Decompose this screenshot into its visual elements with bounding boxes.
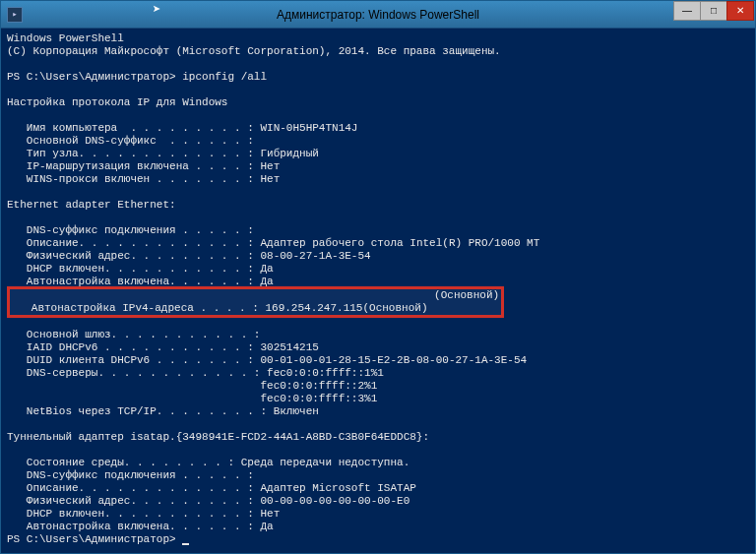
cursor-icon [182, 543, 189, 545]
app-icon: ▸ [7, 7, 23, 23]
terminal-output[interactable]: Windows PowerShell (C) Корпорация Майкро… [1, 29, 755, 553]
maximize-button[interactable]: □ [700, 1, 727, 21]
duid: 00-01-00-01-28-15-E2-2B-08-00-27-1A-3E-5… [260, 354, 527, 366]
eth-mac: 08-00-27-1A-3E-54 [260, 250, 370, 262]
tunnel-adapter-title: Туннельный адаптер isatap.{3498941E-FCD2… [7, 431, 429, 443]
tun-mac: 00-00-00-00-00-00-00-E0 [260, 495, 410, 507]
media-state: Среда передачи недоступна. [241, 457, 410, 468]
iaid: 302514215 [260, 341, 318, 353]
minimize-button[interactable]: — [673, 1, 701, 21]
prompt-line-2: PS C:\Users\Администратор> [7, 533, 182, 545]
host-name: WIN-0H5HP4TN14J [260, 122, 357, 134]
eth-description: Адаптер рабочего стола Intel(R) PRO/1000… [260, 237, 539, 249]
close-button[interactable]: ✕ [726, 1, 754, 21]
dns-server-1: fec0:0:0:ffff::1%1 [267, 367, 384, 379]
ipconfig-title: Настройка протокола IP для Windows [7, 96, 227, 108]
dns-server-2: fec0:0:0:ffff::2%1 [7, 380, 377, 392]
tun-description: Адаптер Microsoft ISATAP [260, 482, 415, 494]
ethernet-adapter-title: Ethernet adapter Ethernet: [7, 199, 176, 211]
powershell-window: ▸ Администратор: Windows PowerShell — □ … [0, 0, 756, 554]
ps-copyright: (C) Корпорация Майкрософт (Microsoft Cor… [7, 45, 501, 57]
window-title: Администратор: Windows PowerShell [277, 8, 479, 22]
ps-header: Windows PowerShell [7, 32, 124, 44]
ipv4-address: 169.254.247.115(Основной) [265, 302, 427, 314]
node-type: Гибридный [260, 148, 318, 159]
titlebar[interactable]: ▸ Администратор: Windows PowerShell — □ … [1, 1, 755, 29]
dns-server-3: fec0:0:0:ffff::3%1 [7, 393, 377, 404]
prompt-line: PS C:\Users\Администратор> ipconfig /all [7, 71, 267, 83]
window-controls: — □ ✕ [674, 1, 754, 21]
highlighted-rows: (Основной) Автонастройка IPv4-адреса . .… [7, 286, 504, 318]
